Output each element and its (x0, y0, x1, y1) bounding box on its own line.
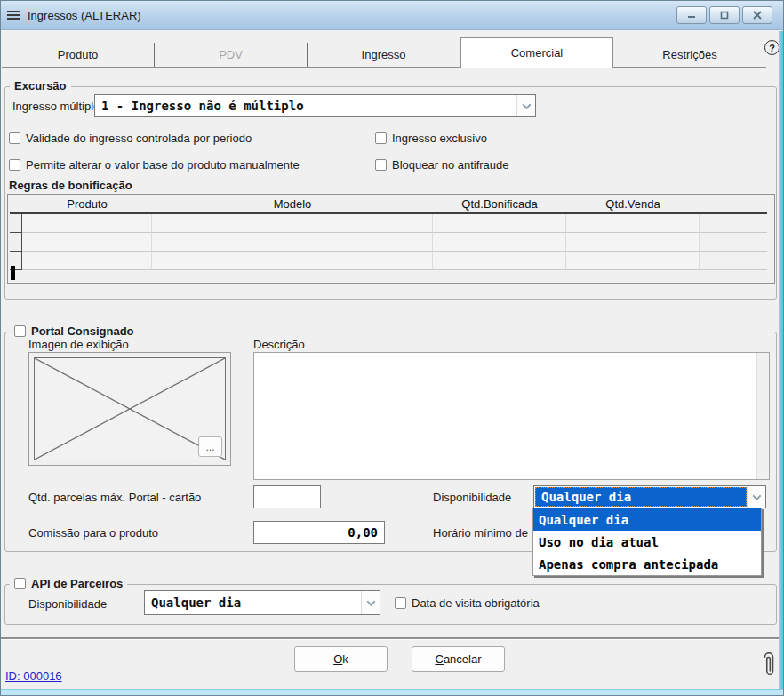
table-cell[interactable] (152, 233, 433, 252)
parcelas-label: Qtd. parcelas máx. Portal - cartão (28, 491, 201, 504)
titlebar: Ingressos (ALTERAR) (1, 1, 783, 30)
table-cell[interactable] (700, 233, 767, 252)
menu-icon[interactable] (7, 9, 20, 21)
window-bottom-border (1, 689, 783, 695)
api-disponibilidade-label: Disponibilidade (28, 597, 107, 611)
checkbox-data-visita[interactable] (395, 597, 406, 609)
dropdown-option[interactable]: Apenas compra antecipada (533, 553, 761, 575)
dropdown-option[interactable]: Uso no dia atual (533, 531, 761, 553)
window-right-border (779, 31, 783, 695)
table-cell[interactable] (700, 214, 767, 233)
checkbox-bloquear-antifraude[interactable] (375, 159, 387, 171)
parcelas-input[interactable] (253, 485, 321, 508)
table-cell[interactable] (433, 252, 566, 270)
table-cell[interactable] (566, 252, 700, 270)
window-controls (676, 6, 772, 24)
ingresso-multiplo-select[interactable]: 1 - Ingresso não é múltiplo (94, 94, 536, 117)
minimize-button[interactable] (676, 6, 707, 24)
checkbox-label: Ingresso exclusivo (392, 132, 487, 145)
browse-button[interactable]: ... (198, 436, 222, 457)
table-cell[interactable] (152, 214, 433, 233)
ok-button[interactable]: Ok (294, 646, 388, 672)
cancel-button[interactable]: Cancelar (412, 646, 505, 672)
table-cell[interactable] (433, 214, 566, 233)
tab-restricoes[interactable]: Restrições (613, 43, 766, 67)
table-cell[interactable] (22, 214, 152, 233)
excursao-title: Excursão (10, 79, 71, 92)
image-placeholder: ... (28, 352, 231, 466)
disponibilidade-value: Qualquer dia (535, 487, 747, 507)
api-parceiros-title: API de Parceiros (31, 577, 123, 590)
tab-comercial[interactable]: Comercial (460, 37, 613, 68)
minimize-icon (686, 11, 697, 20)
comissao-input[interactable]: 0,00 (253, 521, 385, 544)
footer-divider (1, 637, 780, 640)
table-cell[interactable] (566, 214, 700, 233)
api-parceiros-checkbox[interactable] (14, 578, 26, 589)
group-api-parceiros: API de Parceiros Disponibilidade Qualque… (4, 584, 777, 625)
close-icon (752, 11, 763, 20)
api-disponibilidade-value: Qualquer dia (145, 591, 361, 614)
cursor-caret (11, 266, 15, 280)
dialog-window: Ingressos (ALTERAR) Produto PDV Ingresso… (0, 0, 784, 696)
bonificacao-table: Produto Modelo Qtd.Bonificada Qtd.Venda (7, 194, 775, 284)
id-link[interactable]: ID: 000016 (5, 669, 62, 683)
checkbox-label: Permite alterar o valor base do produto … (26, 158, 300, 172)
ingresso-multiplo-label: Ingresso múltiplo (12, 100, 100, 113)
data-visita-label: Data de visita obrigatória (412, 596, 540, 610)
help-icon[interactable]: ? (764, 40, 780, 55)
image-cross-icon (35, 358, 225, 460)
portal-consignado-title: Portal Consignado (31, 324, 134, 338)
tab-produto[interactable]: Produto (2, 43, 155, 67)
table-cell[interactable] (433, 233, 566, 252)
table-cell[interactable] (700, 252, 767, 270)
disponibilidade-label: Disponibilidade (433, 491, 511, 504)
chevron-down-icon (752, 492, 761, 500)
table-cell[interactable] (566, 233, 700, 252)
checkbox-permite-alterar-valor[interactable] (9, 159, 20, 171)
checkbox-ingresso-exclusivo[interactable] (375, 132, 387, 144)
chevron-down-icon (366, 597, 375, 606)
paperclip-icon[interactable] (761, 644, 777, 687)
descricao-label: Descrição (253, 338, 305, 351)
row-selector-cell[interactable] (10, 214, 22, 233)
imagem-label: Imagen de exibição (28, 338, 129, 351)
checkbox-validade-periodo[interactable] (9, 132, 20, 144)
portal-consignado-checkbox[interactable] (14, 325, 26, 337)
disponibilidade-select[interactable]: Qualquer dia (533, 485, 766, 508)
table-cell[interactable] (152, 252, 433, 270)
chevron-down-icon (522, 100, 531, 109)
dropdown-list: Qualquer dia Uso no dia atual Apenas com… (532, 508, 762, 576)
api-disponibilidade-select[interactable]: Qualquer dia (144, 590, 380, 615)
table-cell[interactable] (22, 252, 152, 270)
window-title: Ingressos (ALTERAR) (28, 9, 141, 22)
tab-pdv[interactable]: PDV (155, 43, 308, 67)
checkbox-label: Bloquear no antifraude (392, 158, 509, 172)
group-excursao: Excursão Ingresso múltiplo 1 - Ingresso … (4, 86, 777, 300)
table-header-cell: Qtd.Bonificada (433, 196, 566, 214)
dropdown-option[interactable]: Qualquer dia (533, 508, 761, 531)
comissao-label: Comissão para o produto (28, 526, 158, 540)
maximize-button[interactable] (709, 6, 740, 24)
table-header-cell: Modelo (152, 196, 433, 214)
table-header-cell: Produto (22, 196, 152, 214)
close-button[interactable] (742, 6, 772, 24)
tab-ingresso[interactable]: Ingresso (308, 43, 460, 67)
table-header-cell (700, 196, 767, 214)
regras-title: Regras de bonificação (9, 179, 132, 192)
descricao-textarea[interactable] (253, 352, 770, 480)
ingresso-multiplo-value: 1 - Ingresso não é múltiplo (95, 95, 516, 116)
tab-bar: Produto PDV Ingresso Comercial Restriçõe… (2, 37, 766, 68)
table-header-cell: Qtd.Venda (566, 196, 700, 214)
maximize-icon (719, 11, 730, 20)
scrollbar[interactable] (756, 353, 769, 479)
table-corner-cell (10, 196, 22, 214)
checkbox-label: Validade do ingresso controlada por peri… (26, 132, 252, 145)
row-selector-cell[interactable] (10, 233, 22, 252)
table-cell[interactable] (22, 233, 152, 252)
horario-label: Horário mínimo de (433, 526, 528, 540)
